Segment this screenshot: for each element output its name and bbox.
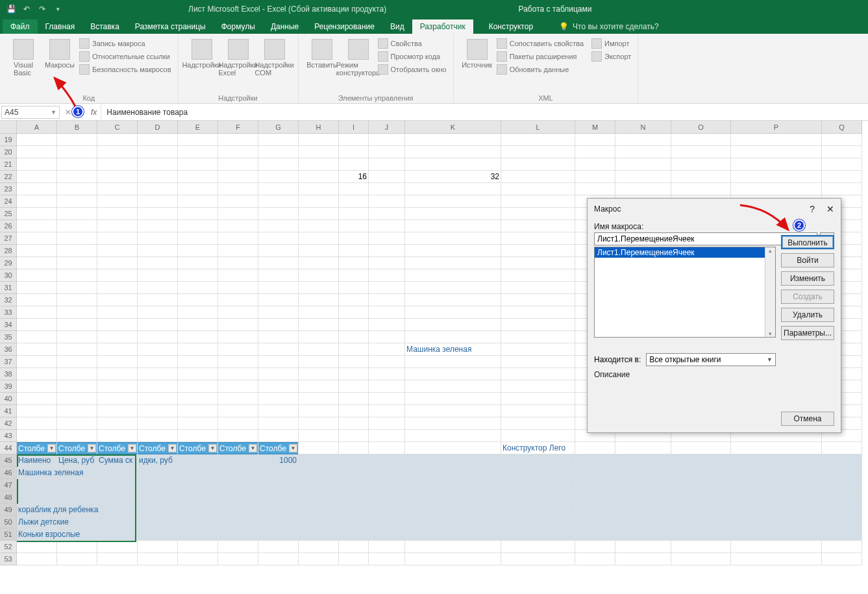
- cell[interactable]: [97, 430, 138, 442]
- cancel-button[interactable]: Отмена: [781, 412, 834, 426]
- cell[interactable]: [339, 269, 369, 282]
- cell[interactable]: [299, 171, 339, 183]
- cell[interactable]: [405, 183, 501, 195]
- cell[interactable]: [501, 282, 575, 294]
- cell[interactable]: [299, 282, 339, 294]
- cell[interactable]: [97, 479, 138, 491]
- cell[interactable]: [822, 516, 862, 528]
- tab-Рецензирование[interactable]: Рецензирование: [306, 19, 382, 34]
- cell[interactable]: [178, 430, 218, 442]
- cell[interactable]: [369, 368, 405, 380]
- cell[interactable]: [339, 220, 369, 232]
- cell[interactable]: [218, 306, 258, 319]
- cell[interactable]: [299, 269, 339, 282]
- cell[interactable]: [97, 504, 138, 516]
- cell[interactable]: [501, 454, 575, 467]
- row-header[interactable]: 34: [0, 319, 17, 331]
- cell[interactable]: [299, 516, 339, 528]
- cell[interactable]: [339, 467, 369, 479]
- cell[interactable]: [17, 294, 57, 306]
- cell[interactable]: [615, 516, 671, 528]
- cell[interactable]: [299, 158, 339, 171]
- cell[interactable]: [97, 232, 138, 245]
- cell[interactable]: [218, 541, 258, 553]
- cell[interactable]: [405, 393, 501, 405]
- cell[interactable]: [405, 516, 501, 528]
- step-button[interactable]: Войти: [781, 253, 834, 267]
- tab-Вид[interactable]: Вид: [382, 19, 412, 34]
- cell[interactable]: [575, 454, 615, 467]
- row-header[interactable]: 29: [0, 257, 17, 269]
- cell[interactable]: [369, 541, 405, 553]
- cell[interactable]: [299, 368, 339, 380]
- cell[interactable]: [17, 183, 57, 195]
- cell[interactable]: [258, 356, 299, 368]
- cell[interactable]: [218, 553, 258, 565]
- column-header[interactable]: C: [97, 121, 138, 134]
- cell[interactable]: [17, 257, 57, 269]
- cell[interactable]: [575, 146, 615, 158]
- cell[interactable]: [57, 208, 97, 220]
- cell[interactable]: [369, 343, 405, 356]
- cell[interactable]: [369, 553, 405, 565]
- cell[interactable]: [218, 294, 258, 306]
- cell[interactable]: [405, 282, 501, 294]
- column-header[interactable]: M: [575, 121, 615, 134]
- cell[interactable]: [501, 245, 575, 257]
- row-header[interactable]: 47: [0, 479, 17, 491]
- cell[interactable]: [138, 479, 178, 491]
- cell[interactable]: [299, 454, 339, 467]
- cell[interactable]: [369, 257, 405, 269]
- cell[interactable]: [17, 553, 57, 565]
- cell[interactable]: [339, 430, 369, 442]
- cell[interactable]: [97, 380, 138, 393]
- cell[interactable]: [178, 331, 218, 343]
- cell[interactable]: [17, 343, 57, 356]
- cell[interactable]: [299, 491, 339, 504]
- cell[interactable]: [575, 467, 615, 479]
- cell[interactable]: [17, 146, 57, 158]
- cell[interactable]: [97, 368, 138, 380]
- cell[interactable]: [258, 146, 299, 158]
- qat-customize-icon[interactable]: ▾: [51, 2, 65, 16]
- cell[interactable]: [57, 282, 97, 294]
- cell[interactable]: [339, 343, 369, 356]
- cell[interactable]: [671, 171, 731, 183]
- redo-icon[interactable]: ↷: [35, 2, 49, 16]
- cell[interactable]: [405, 319, 501, 331]
- cell[interactable]: [218, 220, 258, 232]
- cell[interactable]: [138, 319, 178, 331]
- edit-button[interactable]: Изменить: [781, 271, 834, 286]
- cell[interactable]: [405, 491, 501, 504]
- cell[interactable]: [339, 479, 369, 491]
- cell[interactable]: [405, 442, 501, 454]
- cell[interactable]: [405, 356, 501, 368]
- cell[interactable]: [369, 417, 405, 430]
- tab-Главная[interactable]: Главная: [38, 19, 83, 34]
- cell[interactable]: [339, 442, 369, 454]
- chevron-down-icon[interactable]: ▼: [51, 109, 56, 116]
- cell[interactable]: [178, 269, 218, 282]
- cell[interactable]: [731, 454, 822, 467]
- cell[interactable]: [575, 158, 615, 171]
- cell[interactable]: Столбе▼: [97, 442, 138, 454]
- cell[interactable]: [575, 183, 615, 195]
- cell[interactable]: [615, 442, 671, 454]
- cancel-formula-icon[interactable]: ✕: [65, 108, 71, 117]
- cell[interactable]: [501, 528, 575, 541]
- cell[interactable]: [339, 282, 369, 294]
- cell[interactable]: [615, 553, 671, 565]
- cell[interactable]: [299, 343, 339, 356]
- row-header[interactable]: 46: [0, 467, 17, 479]
- cell[interactable]: Столбе▼: [218, 442, 258, 454]
- cell[interactable]: [258, 331, 299, 343]
- help-icon[interactable]: ?: [810, 204, 815, 214]
- cell[interactable]: [57, 356, 97, 368]
- filter-arrow-icon[interactable]: ▼: [168, 444, 177, 452]
- cell[interactable]: [501, 393, 575, 405]
- cell[interactable]: [339, 553, 369, 565]
- row-header[interactable]: 33: [0, 306, 17, 319]
- cell[interactable]: [575, 479, 615, 491]
- cell[interactable]: [57, 146, 97, 158]
- cell[interactable]: [17, 232, 57, 245]
